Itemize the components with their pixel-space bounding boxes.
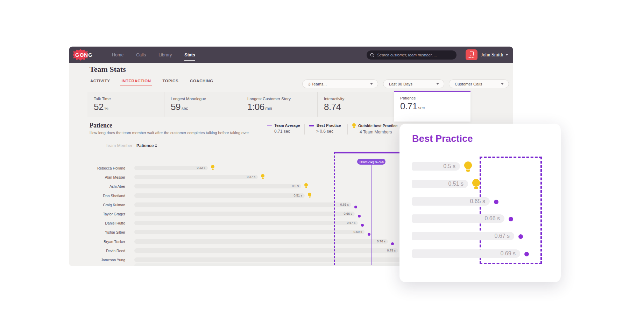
marker-wrap (358, 213, 361, 219)
overlay-patience-bar: 0.65 s (412, 197, 490, 206)
chevron-down-icon (370, 83, 373, 85)
marker-wrap (261, 174, 264, 180)
overlay-title: Best Practice (412, 133, 473, 144)
overlay-bar-value-label: 0.67 s (494, 232, 510, 240)
best-practice-dashed-rectangle (480, 157, 542, 264)
team-average-line-icon (267, 125, 272, 126)
column-header-patience[interactable]: Patience (136, 143, 154, 148)
outside-best-practice-bulb-icon (304, 183, 308, 188)
marker-wrap (391, 240, 394, 247)
within-best-practice-dot-icon (358, 215, 361, 218)
teams-filter-dropdown-value: 3 Teams... (308, 82, 327, 86)
bulb-base (474, 187, 478, 189)
within-best-practice-dot-icon (494, 200, 498, 204)
best-practice-overlay-card: Best Practice 0.5 s0.51 s0.65 s0.66 s0.6… (399, 124, 561, 282)
nav-item-library[interactable]: Library (158, 53, 172, 57)
stat-card-unit: sec (182, 106, 188, 111)
teams-filter-dropdown[interactable]: 3 Teams... (302, 80, 378, 88)
whats-new-badge[interactable]: NEW! (466, 49, 477, 60)
patience-bar: 0.22 s (134, 166, 208, 170)
outside-best-practice-bulb-icon (211, 165, 214, 170)
legend-label: Best Practice (317, 123, 341, 127)
stat-card-talk-time[interactable]: Talk Time52% (87, 92, 164, 117)
overlay-row: 0.69 s (399, 249, 561, 258)
overlay-row: 0.51 s (399, 180, 561, 188)
tab-topics[interactable]: TOPICS (162, 79, 178, 85)
stat-card-label: Talk Time (94, 97, 164, 101)
marker-wrap (361, 222, 364, 228)
stat-card-longest-customer-story[interactable]: Longest Customer Story1:06min (241, 92, 317, 117)
overlay-bar-value-label: 0.5 s (443, 162, 455, 171)
tab-interaction[interactable]: INTERACTION (121, 79, 151, 85)
call-type-dropdown[interactable]: Customer Calls (449, 80, 509, 88)
team-average-badge: Team Avg 0.71s (357, 159, 385, 165)
legend-row: Outside best Practice (352, 123, 398, 128)
overlay-bar-value-label: 0.69 s (500, 249, 516, 258)
patience-bar: 0.79 s (134, 248, 398, 253)
stat-card-label: Longest Monologue (171, 97, 241, 101)
overlay-marker-wrap (472, 179, 480, 191)
search-bar[interactable] (367, 50, 457, 60)
stat-card-longest-monologue[interactable]: Longest Monologue59sec (164, 92, 241, 117)
bulb-head (308, 193, 311, 196)
stat-card-value-row: 59sec (171, 102, 241, 112)
gong-logo[interactable]: GONG (73, 49, 101, 61)
bulb-head (352, 123, 356, 127)
bulb-base (309, 196, 311, 198)
stat-card-value: 0.71 (400, 101, 417, 111)
user-name: John Smith (481, 52, 503, 58)
stat-cards-strip: Talk Time52%Longest Monologue59secLonges… (87, 92, 470, 117)
search-input[interactable] (377, 53, 451, 57)
nav-item-home[interactable]: Home (112, 53, 123, 57)
overlay-marker-wrap (524, 251, 529, 258)
overlay-marker-wrap (518, 234, 523, 240)
stat-card-value: 8.74 (324, 102, 341, 112)
team-member-name: Daniel Hutto (69, 219, 125, 228)
overlay-patience-bar: 0.66 s (412, 214, 504, 223)
tab-coaching[interactable]: COACHING (190, 79, 213, 85)
screenshot-stage: GONG HomeCallsLibraryStats NEW! John Smi… (0, 0, 644, 331)
team-member-name: Ashi Aber (69, 182, 125, 191)
outside-best-practice-bulb-icon (472, 179, 480, 189)
bulb-base (262, 178, 264, 179)
team-member-name: Craig Kulman (69, 200, 125, 209)
overlay-row: 0.67 s (399, 232, 561, 240)
within-best-practice-dot-icon (391, 242, 394, 245)
user-menu[interactable]: John Smith (481, 47, 508, 63)
bulb-head (464, 161, 472, 169)
call-type-dropdown-value: Customer Calls (455, 82, 482, 86)
patience-bar: 0.37 s (134, 175, 258, 179)
patience-bar: 0.5 s (134, 184, 301, 188)
within-best-practice-dot-icon (518, 234, 523, 239)
lightbulb-icon (352, 123, 356, 128)
stat-card-label: Interactivity (324, 97, 394, 101)
overlay-marker-wrap (464, 161, 472, 173)
stat-card-interactivity[interactable]: Interactivity8.74 (317, 92, 394, 117)
tab-activity[interactable]: ACTIVITY (90, 79, 110, 85)
team-member-name: Yishai Silber (69, 228, 125, 237)
nav-items: HomeCallsLibraryStats (112, 47, 195, 63)
bulb-head (211, 165, 214, 168)
legend-value: > 0.6 sec (316, 129, 341, 134)
patience-bar: 0.67 s (134, 221, 358, 225)
chevron-down-icon (505, 54, 508, 56)
column-header-team-member: Team Member (106, 143, 133, 148)
marker-wrap (368, 231, 370, 237)
overlay-row: 0.66 s (399, 214, 561, 223)
overlay-patience-bar: 0.69 s (412, 249, 520, 258)
outside-best-practice-bulb-icon (308, 193, 311, 198)
date-range-dropdown[interactable]: Last 90 Days (383, 80, 444, 88)
nav-item-calls[interactable]: Calls (136, 53, 146, 57)
nav-item-stats[interactable]: Stats (184, 53, 195, 57)
marker-wrap (308, 193, 311, 199)
bar-value-label: 0.79 s (387, 248, 396, 253)
page-title: Team Stats (90, 65, 126, 74)
stat-card-value-row: 1:06min (247, 102, 317, 112)
sort-icon[interactable] (155, 144, 157, 147)
team-member-name: Rebecca Holland (69, 164, 125, 173)
bar-value-label: 0.66 s (344, 212, 352, 216)
legend-divider (304, 124, 305, 135)
stat-card-patience[interactable]: Patience0.71sec (394, 91, 470, 122)
search-icon (370, 53, 375, 57)
new-badge-label: NEW! (468, 56, 474, 58)
